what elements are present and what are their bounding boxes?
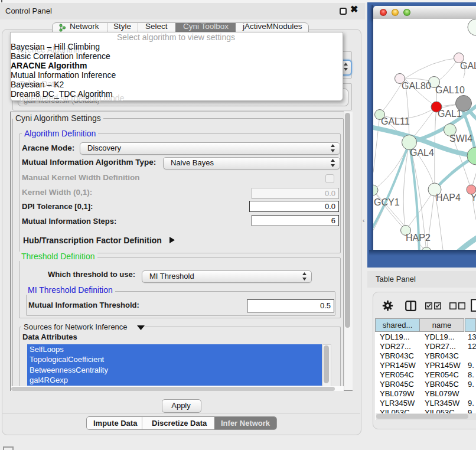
svg-text:GAL4: GAL4 <box>410 148 434 158</box>
svg-text:GAL10: GAL10 <box>435 85 465 95</box>
svg-text:YD: YD <box>471 193 476 203</box>
svg-text:GCY1: GCY1 <box>374 197 400 207</box>
svg-text:GAL7: GAL7 <box>460 61 476 71</box>
svg-text:SWI4: SWI4 <box>449 133 472 144</box>
svg-text:HAP4: HAP4 <box>436 193 461 203</box>
svg-text:GAL11: GAL11 <box>381 116 410 126</box>
svg-text:GAL80: GAL80 <box>402 81 431 91</box>
svg-text:HAP2: HAP2 <box>406 233 431 243</box>
svg-text:GAL1: GAL1 <box>438 109 462 119</box>
